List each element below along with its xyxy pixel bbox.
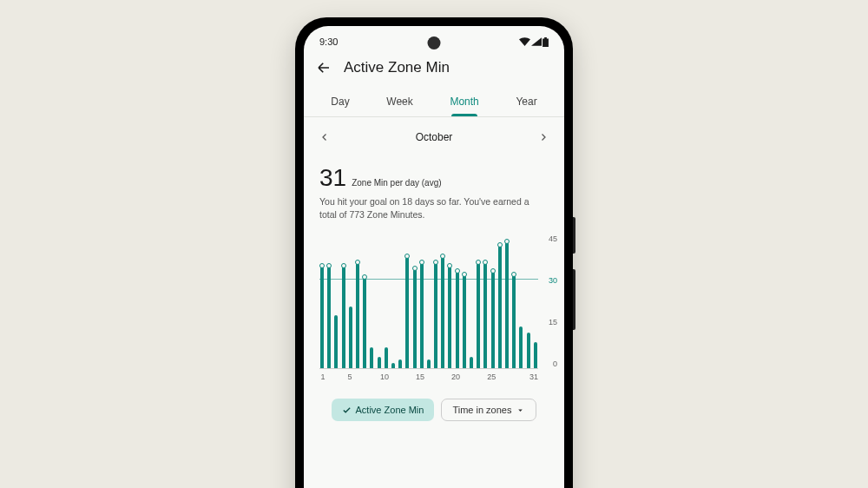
bar-day-23[interactable] — [476, 234, 481, 368]
bar-day-10[interactable] — [384, 234, 389, 368]
bar-day-2[interactable] — [326, 234, 332, 368]
bar-day-27[interactable] — [504, 234, 510, 368]
screen: 9:30 Active Zone Min DayWeekMonthYear Oc… — [304, 26, 564, 488]
x-tick — [444, 373, 451, 383]
check-icon — [342, 406, 352, 415]
bar-day-29[interactable] — [518, 234, 523, 368]
front-camera — [428, 36, 441, 49]
bar-day-7[interactable] — [362, 234, 367, 368]
bar-day-25[interactable] — [490, 234, 496, 368]
page-title: Active Zone Min — [344, 59, 450, 76]
x-tick — [402, 373, 409, 383]
x-tick — [467, 373, 474, 383]
x-tick — [438, 373, 445, 383]
x-tick — [339, 373, 346, 383]
x-tick — [424, 373, 431, 383]
bar-day-31[interactable] — [533, 234, 538, 368]
x-tick — [480, 373, 487, 383]
x-tick — [326, 373, 333, 383]
phone-side-button — [573, 217, 575, 254]
chip-active-zone-min[interactable]: Active Zone Min — [332, 399, 435, 421]
caret-down-icon — [516, 406, 525, 415]
x-tick — [510, 373, 516, 383]
bar-day-24[interactable] — [483, 234, 488, 368]
x-tick: 10 — [380, 373, 389, 383]
bar-day-3[interactable] — [333, 234, 339, 368]
x-tick — [431, 373, 438, 383]
y-axis: 4530150 — [538, 234, 557, 369]
tab-day[interactable]: Day — [326, 89, 354, 116]
x-tick — [523, 373, 529, 383]
signal-icon — [531, 37, 542, 46]
x-tick: 20 — [451, 373, 460, 383]
y-tick: 15 — [542, 318, 557, 326]
x-tick — [516, 373, 523, 383]
filter-chips: Active Zone Min Time in zones — [304, 386, 564, 428]
x-tick — [360, 373, 367, 383]
wifi-icon — [519, 37, 530, 46]
chevron-right-icon[interactable] — [538, 132, 549, 142]
x-tick — [353, 373, 360, 383]
phone-side-button — [573, 269, 575, 330]
x-tick: 5 — [346, 373, 353, 383]
y-tick: 0 — [542, 359, 557, 368]
tabs: DayWeekMonthYear — [304, 89, 564, 117]
bar-day-16[interactable] — [426, 234, 431, 368]
x-axis: 151015202531 — [319, 373, 557, 383]
stat-value: 31 — [319, 164, 346, 192]
chart-plot — [319, 234, 538, 369]
x-tick — [503, 373, 510, 383]
chip-time-in-zones[interactable]: Time in zones — [441, 399, 536, 421]
x-tick — [333, 373, 340, 383]
y-tick: 45 — [542, 234, 557, 243]
phone-frame: 9:30 Active Zone Min DayWeekMonthYear Oc… — [295, 17, 573, 488]
bar-day-18[interactable] — [440, 234, 445, 368]
tab-year[interactable]: Year — [510, 89, 542, 116]
bar-day-28[interactable] — [511, 234, 516, 368]
battery-icon — [542, 37, 549, 47]
bar-day-9[interactable] — [377, 234, 382, 368]
stat-description: You hit your goal on 18 days so far. You… — [319, 195, 549, 221]
period-label: October — [416, 131, 453, 143]
bar-day-20[interactable] — [455, 234, 460, 368]
bar-day-17[interactable] — [433, 234, 438, 368]
bar-day-15[interactable] — [419, 234, 424, 368]
period-navigator: October — [304, 117, 564, 150]
x-tick: 1 — [319, 373, 326, 383]
bar-day-19[interactable] — [447, 234, 452, 368]
x-tick: 25 — [487, 373, 496, 383]
bar-day-6[interactable] — [355, 234, 360, 368]
bar-day-12[interactable] — [398, 234, 403, 368]
x-tick: 15 — [416, 373, 424, 383]
x-tick — [389, 373, 396, 383]
tab-month[interactable]: Month — [444, 89, 483, 116]
x-tick — [409, 373, 416, 383]
bar-day-21[interactable] — [462, 234, 467, 368]
back-arrow-icon[interactable] — [316, 60, 332, 76]
x-tick — [496, 373, 503, 383]
bar-day-11[interactable] — [391, 234, 396, 368]
bar-day-8[interactable] — [369, 234, 374, 368]
status-icons — [519, 37, 549, 47]
x-tick — [366, 373, 373, 383]
y-tick: 30 — [542, 276, 557, 285]
x-tick — [474, 373, 481, 383]
bar-day-4[interactable] — [341, 234, 346, 368]
header: Active Zone Min — [304, 52, 564, 89]
bar-day-5[interactable] — [348, 234, 353, 368]
stat-unit: Zone Min per day (avg) — [352, 178, 441, 188]
bar-day-1[interactable] — [319, 234, 325, 368]
bar-day-13[interactable] — [404, 234, 410, 368]
bar-day-22[interactable] — [469, 234, 474, 368]
bar-day-30[interactable] — [525, 234, 530, 368]
stats-summary: 31 Zone Min per day (avg) You hit your g… — [304, 150, 564, 224]
tab-week[interactable]: Week — [381, 89, 418, 116]
x-tick — [460, 373, 467, 383]
x-tick — [373, 373, 380, 383]
chevron-left-icon[interactable] — [319, 132, 330, 142]
x-tick: 31 — [529, 373, 538, 383]
x-tick — [396, 373, 403, 383]
bar-day-14[interactable] — [411, 234, 417, 368]
status-time: 9:30 — [319, 36, 338, 47]
bar-day-26[interactable] — [497, 234, 503, 368]
